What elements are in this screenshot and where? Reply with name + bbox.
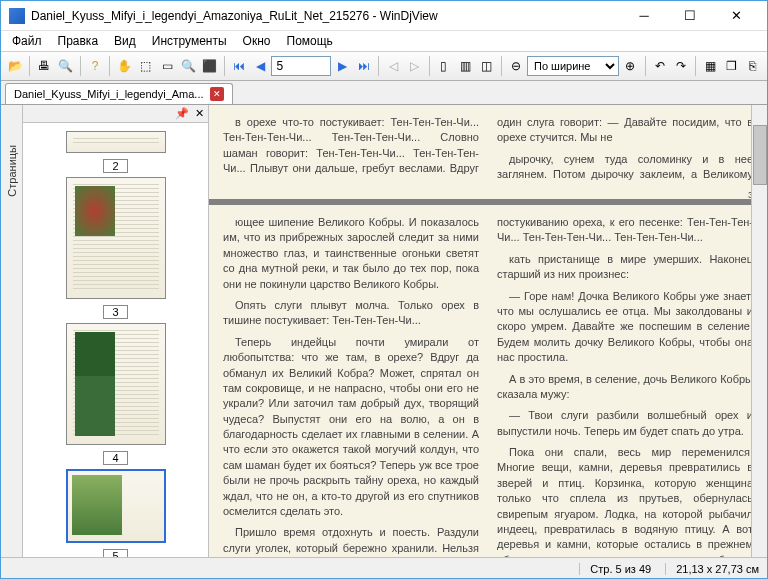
page-content: в орехе что-то постукивает: Тен-Тен-Тен-…	[209, 105, 767, 205]
sidebar-tab[interactable]: Страницы	[1, 105, 23, 557]
thumbnail[interactable]	[66, 131, 166, 153]
menu-help[interactable]: Помощь	[280, 32, 340, 50]
rect-tool-icon[interactable]: ▭	[157, 55, 177, 77]
panel-close-icon[interactable]: ✕	[195, 107, 204, 120]
thumbnail-selected[interactable]	[66, 469, 166, 543]
thumbnail-list[interactable]: 2 3 4 5	[23, 123, 208, 557]
layers-icon[interactable]: ❐	[721, 55, 741, 77]
maximize-button[interactable]: ☐	[667, 2, 713, 30]
thumbnail-header: 📌 ✕	[23, 105, 208, 123]
statusbar: Стр. 5 из 49 21,13 x 27,73 см	[1, 557, 767, 579]
thumbnail-label: 2	[103, 159, 127, 173]
menubar: Файл Правка Вид Инструменты Окно Помощь	[1, 31, 767, 51]
menu-tools[interactable]: Инструменты	[145, 32, 234, 50]
menu-window[interactable]: Окно	[236, 32, 278, 50]
rotate-right-icon[interactable]: ↷	[671, 55, 691, 77]
titlebar: Daniel_Kyuss_Mifyi_i_legendyi_Amazoniya_…	[1, 1, 767, 31]
single-page-icon[interactable]: ▯	[434, 55, 454, 77]
tabbar: Daniel_Kyuss_Mifyi_i_legendyi_Ama... ✕	[1, 81, 767, 105]
minimize-button[interactable]: ─	[621, 2, 667, 30]
select-tool-icon[interactable]: ⬚	[135, 55, 155, 77]
menu-file[interactable]: Файл	[5, 32, 49, 50]
status-dimensions: 21,13 x 27,73 см	[665, 563, 759, 575]
tab-label: Daniel_Kyuss_Mifyi_i_legendyi_Ama...	[14, 88, 204, 100]
thumbnail-label: 3	[103, 305, 127, 319]
facing-icon[interactable]: ◫	[476, 55, 496, 77]
hand-tool-icon[interactable]: ✋	[114, 55, 134, 77]
find-icon[interactable]: 🔍	[56, 55, 76, 77]
rotate-left-icon[interactable]: ↶	[649, 55, 669, 77]
tab-close-icon[interactable]: ✕	[210, 87, 224, 101]
close-button[interactable]: ✕	[713, 2, 759, 30]
sidebar-label: Страницы	[6, 145, 18, 197]
window-title: Daniel_Kyuss_Mifyi_i_legendyi_Amazoniya_…	[31, 9, 621, 23]
nav-fwd-icon[interactable]: ▷	[404, 55, 424, 77]
open-icon[interactable]: 📂	[5, 55, 25, 77]
next-page-icon[interactable]: ▶	[332, 55, 352, 77]
zoom-select[interactable]: По ширине	[527, 56, 619, 76]
thumbnail[interactable]	[66, 323, 166, 445]
document-tab[interactable]: Daniel_Kyuss_Mifyi_i_legendyi_Ama... ✕	[5, 83, 233, 104]
page-number-input[interactable]	[271, 56, 331, 76]
thumbnail-label: 4	[103, 451, 127, 465]
scrollbar[interactable]	[751, 105, 767, 557]
page-content: ющее шипение Великого Кобры. И показалос…	[209, 205, 767, 557]
zoom-in-icon[interactable]: ⊕	[620, 55, 640, 77]
first-page-icon[interactable]: ⏮	[229, 55, 249, 77]
scrollbar-thumb[interactable]	[753, 125, 767, 185]
thumbnail-label: 5	[103, 549, 127, 557]
zoom-out-icon[interactable]: ⊖	[506, 55, 526, 77]
last-page-icon[interactable]: ⏭	[354, 55, 374, 77]
nav-back-icon[interactable]: ◁	[383, 55, 403, 77]
main-area: Страницы 📌 ✕ 2 3 4 5 в орехе что-то пост…	[1, 105, 767, 557]
pin-icon[interactable]: 📌	[175, 107, 189, 120]
thumbnail[interactable]	[66, 177, 166, 299]
copy-icon[interactable]: ⎘	[743, 55, 763, 77]
app-icon	[9, 8, 25, 24]
menu-view[interactable]: Вид	[107, 32, 143, 50]
help-icon[interactable]: ?	[85, 55, 105, 77]
window-controls: ─ ☐ ✕	[621, 2, 759, 30]
zoom-tool-icon[interactable]: 🔍	[178, 55, 198, 77]
thumbnail-panel: 📌 ✕ 2 3 4 5	[23, 105, 209, 557]
export-icon[interactable]: ▦	[700, 55, 720, 77]
marquee-tool-icon[interactable]: ⬛	[200, 55, 220, 77]
status-page: Стр. 5 из 49	[579, 563, 651, 575]
continuous-icon[interactable]: ▥	[455, 55, 475, 77]
print-icon[interactable]: 🖶	[34, 55, 54, 77]
prev-page-icon[interactable]: ◀	[250, 55, 270, 77]
menu-edit[interactable]: Правка	[51, 32, 106, 50]
toolbar: 📂 🖶 🔍 ? ✋ ⬚ ▭ 🔍 ⬛ ⏮ ◀ ▶ ⏭ ◁ ▷ ▯ ▥ ◫ ⊖ По…	[1, 51, 767, 81]
document-view[interactable]: в орехе что-то постукивает: Тен-Тен-Тен-…	[209, 105, 767, 557]
